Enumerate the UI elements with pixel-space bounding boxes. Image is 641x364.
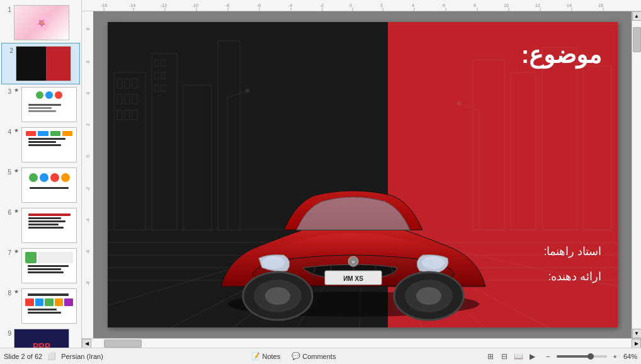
slide-sorter-btn[interactable]: ⊟ [498, 350, 511, 363]
scroll-right-btn[interactable]: ▶ [632, 339, 641, 348]
slide-preview-4 [21, 127, 77, 162]
slide-presenter: ارائه دهنده: [548, 270, 601, 283]
left-ruler-svg: 8 6 4 2 0 -2 -4 -6 -8 [82, 11, 93, 338]
slide-num-9: 9 [3, 330, 11, 337]
accessibility-icon[interactable]: ⬜ [47, 352, 56, 360]
color-swatch [55, 299, 64, 306]
color-swatch [25, 299, 34, 306]
thumb-6-content [22, 208, 76, 242]
text-line [28, 141, 56, 143]
main-row: 8 6 4 2 0 -2 -4 -6 -8 [82, 11, 641, 338]
normal-view-btn[interactable]: ⊞ [484, 350, 497, 363]
slide-thumb-1[interactable]: 1 🌸 [0, 3, 81, 43]
slide-num-5: 5 [3, 169, 11, 176]
zoom-minus-icon: − [546, 353, 550, 360]
color-block [62, 131, 72, 136]
svg-text:M: M [351, 260, 355, 264]
status-right: ⊞ ⊟ 📖 ▶ − + 64% [484, 350, 637, 363]
slide-num-7: 7 [3, 249, 11, 256]
svg-text:0: 0 [86, 155, 90, 157]
slide-thumb-2[interactable]: 2 [1, 43, 80, 84]
slide-preview-3 [21, 87, 77, 122]
slide-thumb-7[interactable]: 7 ★ [0, 246, 81, 286]
scroll-up-btn[interactable]: ▲ [632, 11, 642, 21]
text-line [28, 217, 61, 219]
notes-button[interactable]: 📝 Notes [247, 351, 284, 361]
bottom-scrollbar[interactable]: ◀ ▶ [82, 338, 641, 348]
slide-num-8: 8 [3, 290, 11, 297]
scroll-thumb-h[interactable] [104, 339, 142, 348]
svg-text:8: 8 [474, 3, 476, 8]
color-swatch [64, 299, 73, 306]
slide-thumb-3[interactable]: 3 ★ [0, 84, 81, 125]
color-block [26, 131, 36, 136]
slideshow-btn[interactable]: ▶ [526, 350, 538, 363]
right-scrollbar[interactable]: ▲ ▼ [632, 11, 641, 338]
status-bar: Slide 2 of 62 ⬜ Persian (Iran) 📝 Notes 💬… [0, 348, 641, 364]
slide-preview-1: 🌸 [14, 5, 69, 40]
slide-star-7: ★ [14, 248, 19, 254]
zoom-slider[interactable] [557, 355, 607, 358]
circle [40, 173, 48, 182]
svg-text:2: 2 [86, 123, 90, 126]
scroll-track-h[interactable] [91, 339, 632, 348]
notes-icon: 📝 [251, 352, 260, 360]
svg-text:16: 16 [598, 3, 603, 8]
svg-text:-14: -14 [129, 3, 135, 8]
slide-main: ИМ XS M [108, 22, 618, 327]
slide-thumb-5[interactable]: 5 ★ [0, 165, 81, 205]
comments-label: Comments [302, 353, 336, 360]
comments-icon: 💬 [292, 352, 300, 360]
slide-panel[interactable]: 1 🌸 2 3 ★ [0, 0, 82, 348]
slide-canvas[interactable]: ИМ XS M [93, 11, 632, 338]
slide-thumb-9[interactable]: 9 PPP [0, 326, 81, 348]
svg-text:-2: -2 [86, 187, 90, 191]
svg-text:-12: -12 [161, 3, 167, 8]
comments-button[interactable]: 💬 Comments [288, 351, 339, 361]
reading-view-btn[interactable]: 📖 [512, 350, 525, 363]
circle-red [55, 91, 62, 99]
circle [29, 173, 38, 182]
scroll-track-v[interactable] [632, 21, 642, 329]
text-line [28, 144, 61, 146]
color-swatch [35, 299, 44, 306]
slide-title: موضوع: [521, 41, 602, 69]
slide-star-3: ★ [14, 87, 19, 93]
svg-text:6: 6 [86, 60, 90, 63]
slide-counter: Slide 2 of 62 [4, 353, 42, 360]
circle-green [36, 91, 43, 99]
slide-preview-2 [16, 46, 71, 81]
status-center: 📝 Notes 💬 Comments [247, 351, 339, 361]
text-line [28, 220, 65, 222]
zoom-slider-thumb[interactable] [587, 353, 594, 360]
slide-thumb-6[interactable]: 6 ★ [0, 205, 81, 246]
svg-text:ИМ XS: ИМ XS [343, 275, 363, 282]
scroll-left-btn[interactable]: ◀ [82, 339, 91, 348]
zoom-out-btn[interactable]: − [542, 351, 553, 361]
top-ruler: -16 -14 -12 -10 -8 -6 -4 -2 0 2 4 6 8 10… [82, 0, 641, 11]
svg-text:-8: -8 [225, 3, 229, 8]
scroll-down-btn[interactable]: ▼ [632, 329, 642, 338]
svg-point-94 [262, 256, 285, 269]
svg-text:-4: -4 [288, 3, 292, 8]
thumb-9-content: PPP [14, 329, 69, 348]
zoom-in-btn[interactable]: + [610, 351, 621, 361]
left-ruler: 8 6 4 2 0 -2 -4 -6 -8 [82, 11, 93, 338]
svg-point-98 [265, 287, 290, 305]
svg-text:4: 4 [86, 92, 90, 94]
slide-thumb-4[interactable]: 4 ★ [0, 125, 81, 165]
thumb-7-content [22, 249, 76, 283]
svg-text:8: 8 [86, 28, 90, 30]
slide-thumb-8[interactable]: 8 ★ [0, 286, 81, 326]
text-line [28, 265, 69, 267]
text-line [28, 110, 56, 112]
svg-text:10: 10 [504, 3, 509, 8]
text-line [28, 227, 64, 229]
color-swatch [45, 299, 54, 306]
svg-text:-16: -16 [101, 3, 107, 8]
svg-point-95 [422, 256, 445, 269]
main-area: 1 🌸 2 3 ★ [0, 0, 641, 348]
editor-area: -16 -14 -12 -10 -8 -6 -4 -2 0 2 4 6 8 10… [82, 0, 641, 348]
svg-text:0: 0 [349, 3, 352, 8]
scroll-thumb-v[interactable] [633, 27, 641, 52]
